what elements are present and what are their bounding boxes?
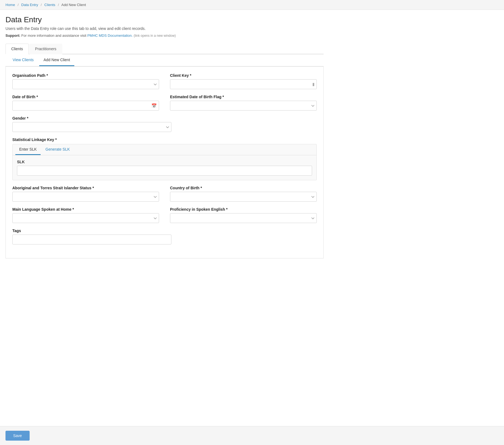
breadcrumb-home[interactable]: Home	[5, 3, 15, 7]
support-link-note: (link opens in a new window)	[134, 34, 175, 38]
slk-section-label: Statistical Linkage Key *	[12, 137, 317, 142]
est-dob-label: Estimated Date of Birth Flag *	[170, 95, 317, 99]
client-key-input[interactable]	[170, 79, 317, 89]
slk-box: Enter SLK Generate SLK SLK	[12, 144, 317, 180]
support-text-body: For more information and assistance visi…	[21, 33, 87, 38]
country-select[interactable]	[170, 192, 317, 202]
country-label: Country of Birth *	[170, 186, 317, 190]
form-group-aboriginal: Aboriginal and Torres Strait Islander St…	[12, 186, 159, 202]
slk-content: SLK	[13, 155, 316, 180]
client-key-wrapper: ▮	[170, 79, 317, 89]
form-row-2: Date of Birth * 📅 Estimated Date of Birt…	[12, 95, 317, 111]
tab-practitioners[interactable]: Practitioners	[29, 44, 62, 54]
form-row-5: Main Language Spoken at Home * Proficien…	[12, 207, 317, 223]
form-group-est-dob: Estimated Date of Birth Flag *	[170, 95, 317, 111]
breadcrumb-sep-1: /	[18, 3, 19, 7]
form-group-proficiency: Proficiency in Spoken English *	[170, 207, 317, 223]
slk-tab-enter[interactable]: Enter SLK	[15, 144, 41, 155]
calendar-icon[interactable]: 📅	[151, 103, 157, 108]
page-description: Users with the Data Entry role can use t…	[5, 26, 324, 31]
save-button[interactable]: Save	[5, 431, 30, 441]
slk-input[interactable]	[17, 166, 312, 176]
main-language-label: Main Language Spoken at Home *	[12, 207, 159, 212]
form-row-6: Tags	[12, 229, 171, 244]
form-group-dob: Date of Birth * 📅	[12, 95, 159, 111]
slk-section: Statistical Linkage Key * Enter SLK Gene…	[12, 137, 317, 180]
tags-input[interactable]	[12, 235, 171, 244]
sub-tabs: View Clients Add New Client	[5, 54, 324, 66]
form-row-3: Gender *	[12, 116, 171, 132]
client-key-icon: ▮	[312, 82, 315, 87]
breadcrumb-sep-3: /	[58, 3, 59, 7]
main-tabs: Clients Practitioners	[5, 43, 324, 54]
support-text: Support: For more information and assist…	[5, 33, 324, 38]
form-container: Organisation Path * Client Key * ▮	[5, 66, 324, 258]
form-group-org-path: Organisation Path *	[12, 73, 159, 89]
form-group-gender: Gender *	[12, 116, 171, 132]
org-path-label: Organisation Path *	[12, 73, 159, 78]
org-path-select[interactable]	[12, 79, 159, 89]
slk-field-label: SLK	[17, 160, 312, 164]
breadcrumb-data-entry[interactable]: Data Entry	[21, 3, 38, 7]
form-group-country: Country of Birth *	[170, 186, 317, 202]
form-group-client-key: Client Key * ▮	[170, 73, 317, 89]
breadcrumb: Home / Data Entry / Clients / Add New Cl…	[0, 0, 504, 10]
form-group-main-language: Main Language Spoken at Home *	[12, 207, 159, 223]
aboriginal-select[interactable]	[12, 192, 159, 202]
dob-input[interactable]	[12, 101, 159, 111]
aboriginal-label: Aboriginal and Torres Strait Islander St…	[12, 186, 159, 190]
proficiency-label: Proficiency in Spoken English *	[170, 207, 317, 212]
form-row-1: Organisation Path * Client Key * ▮	[12, 73, 317, 89]
breadcrumb-sep-2: /	[41, 3, 42, 7]
breadcrumb-current: Add New Client	[61, 3, 86, 7]
support-link[interactable]: PMHC MDS Documentation.	[87, 33, 134, 38]
slk-sub-tabs: Enter SLK Generate SLK	[13, 144, 316, 155]
form-row-4: Aboriginal and Torres Strait Islander St…	[12, 186, 317, 202]
main-language-select[interactable]	[12, 213, 159, 223]
save-bar: Save	[0, 426, 504, 445]
tab-clients[interactable]: Clients	[5, 44, 29, 54]
form-group-tags: Tags	[12, 229, 171, 244]
page-title: Data Entry	[5, 15, 324, 24]
sub-tab-add-new-client[interactable]: Add New Client	[39, 54, 75, 66]
client-key-label: Client Key *	[170, 73, 317, 78]
dob-wrapper: 📅	[12, 101, 159, 111]
dob-label: Date of Birth *	[12, 95, 159, 99]
support-label: Support:	[5, 33, 20, 38]
sub-tab-view-clients[interactable]: View Clients	[8, 54, 38, 66]
proficiency-select[interactable]	[170, 213, 317, 223]
slk-tab-generate[interactable]: Generate SLK	[42, 144, 74, 155]
gender-label: Gender *	[12, 116, 171, 120]
est-dob-select[interactable]	[170, 101, 317, 111]
tags-label: Tags	[12, 229, 171, 233]
gender-select[interactable]	[12, 122, 171, 132]
breadcrumb-clients[interactable]: Clients	[44, 3, 55, 7]
